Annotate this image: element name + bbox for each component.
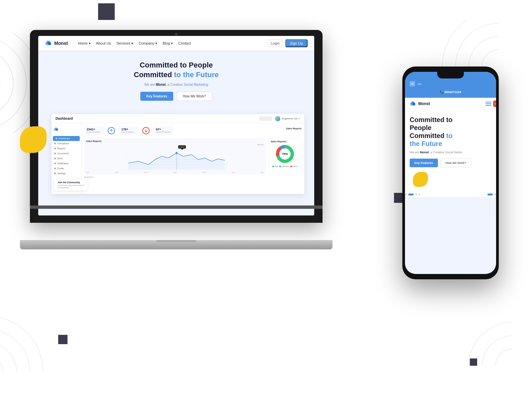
donut-container: 70%	[275, 144, 295, 164]
dashboard-preview: Dashboard Angelena Joli ▾	[52, 114, 304, 194]
phone-red-btn-icon: ≡	[495, 102, 496, 105]
sidebar-profile[interactable]: Profile	[52, 166, 81, 171]
phone-title-line3-normal: Committed	[410, 132, 446, 139]
sidebar-dot	[56, 138, 57, 139]
login-button[interactable]: Login	[268, 40, 283, 47]
sidebar-settings[interactable]: Settings	[52, 171, 81, 176]
laptop-hinge	[30, 205, 323, 209]
svg-point-1	[0, 50, 13, 116]
nav-about[interactable]: About Us	[96, 41, 111, 45]
svg-point-10	[0, 342, 17, 372]
legend-label-distribute: Distribute	[282, 165, 289, 167]
hero-subtitle: We are Monst, a Creative Social Marketin…	[52, 83, 301, 86]
sidebar-dot	[54, 143, 56, 144]
nav-home[interactable]: Home ▾	[78, 41, 90, 46]
svg-point-2	[0, 37, 27, 130]
weekly-label: Weekly	[86, 144, 264, 146]
how-we-work-button[interactable]: How We Work?	[177, 92, 212, 101]
key-features-button[interactable]: Key Features	[140, 92, 173, 101]
phone-hero-title: Committed to People Committed to the Fut…	[410, 116, 491, 148]
phone-how-we-work-button[interactable]: How We Work?	[441, 159, 471, 167]
join-community-text: Join the community to get access to our …	[81, 184, 84, 189]
svg-rect-18	[48, 42, 51, 45]
stat-label-2: Hub Products	[121, 131, 136, 133]
dashboard-username: Angelena Joli	[282, 117, 298, 120]
deco-square-1	[98, 3, 115, 20]
sidebar-dot	[54, 148, 56, 149]
phone-title-blue: to	[446, 132, 453, 139]
sidebar-profile-label: Profile	[57, 167, 64, 170]
nav-contact[interactable]: Contact	[178, 41, 191, 45]
dot-5	[487, 194, 493, 196]
stat-return-products: 67+ Return Products	[153, 126, 173, 135]
sales-reports-label: Sales Reports	[286, 126, 302, 130]
phone-key-features-button[interactable]: Key Features	[410, 159, 438, 167]
sidebar-dot	[54, 168, 56, 169]
svg-point-13	[495, 349, 512, 366]
svg-point-9	[0, 356, 3, 372]
deco-square-3	[58, 335, 67, 344]
laptop-screen: Monst Home ▾ About Us Services ▾ Company…	[38, 36, 314, 215]
nav-services[interactable]: Services ▾	[116, 41, 133, 46]
line-chart-svg	[86, 146, 264, 170]
phone-device: ✉ .om 📞 9806071234 Monst	[402, 66, 499, 279]
phone-red-cta[interactable]: ≡	[493, 100, 496, 107]
sidebar-documents[interactable]: Documents	[52, 151, 81, 156]
dashboard-header: Dashboard Angelena Joli ▾	[52, 114, 304, 123]
legend-return: Return	[290, 165, 298, 167]
stat-number-1: 2341+	[87, 128, 101, 131]
sidebar-reports-label: Reports	[57, 147, 66, 150]
chart-legend: Sale Distribute Return	[272, 165, 297, 167]
sidebar-transaction[interactable]: Transaction	[52, 141, 81, 146]
x-axis-labels: QjanQfebQmarQaprQmayQjunQjul	[86, 171, 264, 173]
phone-number: 📞 9806071234	[440, 90, 461, 94]
stat-label-3: Return Products	[156, 131, 171, 133]
website-navbar: Monst Home ▾ About Us Services ▾ Company…	[38, 36, 314, 51]
phone-title-line2: People	[410, 124, 432, 131]
svg-point-12	[0, 316, 43, 372]
legend-label-sale: Sale	[275, 165, 278, 167]
sidebar-documents-label: Documents	[57, 152, 69, 155]
sidebar-dot	[54, 158, 56, 159]
sidebar-dashboard-label: Dashboard	[59, 137, 70, 140]
nav-blog[interactable]: Blog ▾	[163, 41, 173, 46]
stats-row: 2341+ Every Products	[84, 126, 302, 135]
hero-buttons: Key Features How We Work?	[52, 92, 301, 101]
website-hero: Committed to People Committed to the Fut…	[38, 51, 314, 114]
legend-sale: Sale	[272, 165, 278, 167]
nav-company[interactable]: Company ▾	[139, 41, 157, 46]
donut-percentage: 70%	[282, 152, 288, 156]
hamburger-icon[interactable]	[485, 102, 491, 106]
legend-dot-sale	[272, 166, 274, 167]
stat-icon-1	[108, 127, 115, 134]
hero-title-line1: Committed to People	[140, 61, 213, 69]
dot-1	[405, 194, 407, 196]
signup-button[interactable]: Sign Up	[285, 39, 308, 47]
sidebar-reports[interactable]: Reports	[52, 146, 81, 151]
line-chart: Sales Reports Weekly 1,672	[84, 138, 266, 175]
svg-point-14	[482, 336, 512, 366]
dot-3	[415, 194, 417, 196]
join-community-box: Join the Community Join the community to…	[81, 179, 87, 191]
hero-title-line2-normal: Committed	[134, 70, 174, 79]
sidebar-notification[interactable]: Notification	[52, 161, 81, 166]
dot-4	[418, 194, 420, 196]
hero-title-blue: to the Future	[174, 70, 218, 79]
sidebar-dashboard[interactable]: Dashboard	[53, 136, 80, 141]
sidebar-store[interactable]: Store	[52, 156, 81, 161]
join-community-title: Join the Community	[81, 181, 84, 184]
sidebar-logo-icon	[54, 127, 60, 133]
svg-rect-39	[412, 102, 415, 105]
user-avatar	[275, 116, 280, 121]
nav-buttons: Login Sign Up	[268, 39, 308, 47]
line-chart-title: Sales Reports	[86, 140, 264, 142]
phone-hero: Committed to People Committed to the Fut…	[405, 110, 496, 192]
stat-label-1: Every Products	[87, 131, 101, 133]
legend-label-return: Return	[293, 165, 298, 167]
sidebar-transaction-label: Transaction	[57, 142, 69, 145]
charts-row: Sales Reports Weekly 1,672	[84, 138, 302, 175]
phone-logo-text: Monst	[418, 101, 430, 106]
circles-bottom-left	[0, 279, 80, 372]
menu-bar-2	[485, 103, 491, 104]
phone-title-line1: Committed to	[410, 116, 453, 123]
